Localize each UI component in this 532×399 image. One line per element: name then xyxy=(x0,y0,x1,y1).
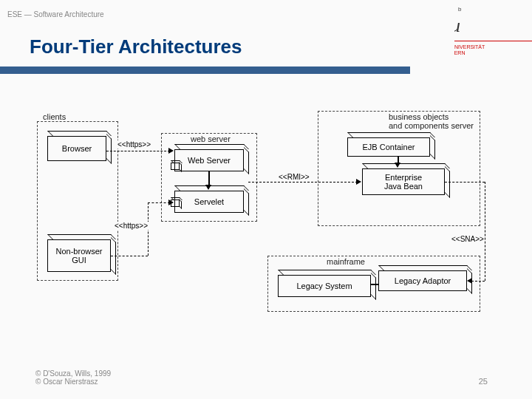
group-bizserver-label: business objects and components server xyxy=(389,112,477,130)
logo-text: UNIVERSITÄT BERN xyxy=(451,44,485,57)
node-legacy-system: Legacy System xyxy=(278,275,371,297)
edge-websrv-servlet xyxy=(208,171,210,186)
edge-legacy-adap xyxy=(371,284,378,285)
arrow-browser-websrv xyxy=(168,148,174,154)
edge-browser-websrv xyxy=(106,151,170,151)
edgelbl-https-1: <<https>> xyxy=(117,140,151,149)
logo-b-glyph: b xyxy=(458,6,461,18)
arrow-ejb-sna xyxy=(467,278,472,284)
edgelbl-sna: <<SNA>> xyxy=(451,235,485,243)
node-legacy-adaptor: Legacy Adaptor xyxy=(378,270,467,291)
arrow-nb-servlet xyxy=(168,200,174,205)
group-webserver-label: web server xyxy=(191,134,231,143)
port-web-server xyxy=(171,163,180,170)
group-mainframe-label: mainframe xyxy=(327,257,365,266)
edge-ejb-sna-v xyxy=(485,182,485,281)
arrow-ejbcont-ejb xyxy=(395,163,400,168)
edge-nb-servlet-h xyxy=(111,256,148,256)
node-ejb: Enterprise Java Bean xyxy=(362,168,445,195)
group-clients-label: clients xyxy=(43,112,66,121)
university-logo: u b UNIVERSITÄT BERN xyxy=(443,0,532,74)
edge-nb-servlet-h2 xyxy=(148,202,170,203)
node-ejb-container: EJB Container xyxy=(347,137,430,157)
title-underline xyxy=(0,66,414,74)
edgelbl-rmi: <<RMI>> xyxy=(278,173,310,181)
edge-servlet-ejb xyxy=(248,182,358,183)
node-nonbrowser-gui: Non-browser GUI xyxy=(47,239,111,272)
breadcrumb: ESE — Software Architecture xyxy=(7,10,104,18)
node-servlet: Servelet xyxy=(174,191,244,213)
edge-ejb-sna-h2 xyxy=(471,281,485,282)
arrow-servlet-ejb xyxy=(356,179,361,185)
title-logo-mask xyxy=(410,0,454,74)
node-browser: Browser xyxy=(47,136,106,161)
architecture-diagram: clients web server business objects and … xyxy=(37,111,495,332)
logo-divider xyxy=(443,41,532,41)
edgelbl-https-2: <<https>> xyxy=(114,222,149,230)
arrow-websrv-servlet xyxy=(205,185,211,190)
page-number: 25 xyxy=(479,377,488,386)
page-title: Four-Tier Architectures xyxy=(30,35,242,58)
edge-ejb-sna-h1 xyxy=(445,182,485,183)
credit-text: © D'Souza, Wills, 1999 © Oscar Nierstras… xyxy=(35,369,111,386)
node-web-server: Web Server xyxy=(174,149,244,171)
